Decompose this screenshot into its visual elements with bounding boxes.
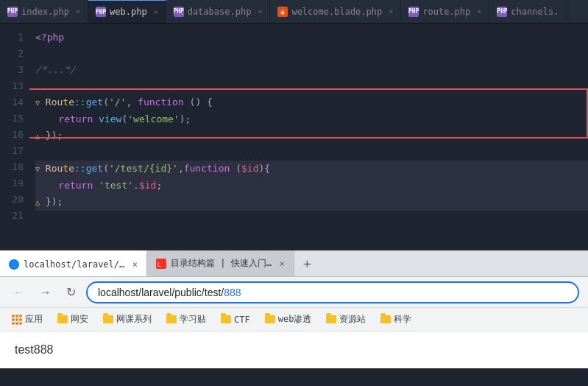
back-button[interactable]: ← bbox=[9, 283, 29, 302]
blade-icon: 🔥 bbox=[277, 7, 288, 17]
tab-close[interactable]: × bbox=[258, 7, 262, 15]
tab-channels-php[interactable]: PHP channels. bbox=[489, 0, 567, 23]
php-icon: PHP bbox=[408, 7, 419, 17]
tab-close[interactable]: × bbox=[76, 7, 80, 15]
bookmark-label: 学习贴 bbox=[180, 313, 206, 326]
bookmarks-bar: 应用 网安 网课系列 学习贴 CTF web渗透 资源站 科学 bbox=[0, 308, 588, 331]
browser-tab-close[interactable]: × bbox=[280, 259, 285, 269]
code-line-2 bbox=[35, 46, 588, 62]
tab-database-php[interactable]: PHP database.php × bbox=[166, 0, 271, 23]
line-numbers: 1 2 3 13 14 15 16 17 18 19 20 21 bbox=[0, 24, 29, 250]
bookmark-resources[interactable]: 资源站 bbox=[320, 312, 372, 327]
browser-tab-laravel[interactable]: L 目录结构篇 | 快速入门 | Laravel × bbox=[147, 250, 294, 276]
editor-container: PHP index.php × PHP web.php × PHP databa… bbox=[0, 0, 588, 250]
tab-index-php[interactable]: PHP index.php × bbox=[0, 0, 88, 23]
folder-icon bbox=[57, 315, 68, 325]
code-line-14: ▽ Route::get('/', function () { bbox=[35, 94, 588, 111]
bookmark-label: web渗透 bbox=[278, 313, 312, 326]
apps-icon bbox=[12, 315, 22, 325]
folder-icon bbox=[380, 315, 391, 325]
php-icon: PHP bbox=[96, 7, 106, 17]
code-line-18: ▽ Route::get('/test/{id}',function ($id)… bbox=[35, 161, 588, 178]
browser-tab-label: localhost/laravel/public/test/8 bbox=[24, 259, 128, 270]
laravel-icon: L bbox=[156, 259, 166, 269]
browser-tab-label: 目录结构篇 | 快速入门 | Laravel bbox=[171, 257, 275, 270]
folder-icon bbox=[166, 315, 177, 325]
folder-icon bbox=[103, 315, 113, 325]
bookmark-webpen[interactable]: web渗透 bbox=[259, 312, 318, 327]
browser-tabs: 🌐 localhost/laravel/public/test/8 × L 目录… bbox=[0, 250, 588, 277]
reload-button[interactable]: ↻ bbox=[62, 282, 80, 302]
php-icon: PHP bbox=[497, 7, 507, 17]
code-content: <?php /*...*/ ▽ Route::get('/', function… bbox=[29, 24, 588, 250]
folder-icon bbox=[265, 315, 275, 325]
code-line-1: <?php bbox=[35, 29, 588, 46]
bookmark-courses[interactable]: 网课系列 bbox=[97, 312, 157, 327]
tab-label: database.php bbox=[188, 7, 252, 17]
code-line-16: △ }); bbox=[35, 127, 588, 144]
browser-toolbar: ← → ↻ localhost/laravel/public/test/888 bbox=[0, 277, 588, 308]
folder-icon bbox=[221, 315, 231, 325]
tab-label: welcome.blade.php bbox=[291, 7, 382, 17]
code-line-21 bbox=[35, 211, 588, 227]
address-bar[interactable]: localhost/laravel/public/test/888 bbox=[86, 281, 579, 303]
folder-icon bbox=[326, 315, 336, 325]
bookmark-label: 网课系列 bbox=[116, 313, 152, 326]
tab-bar: PHP index.php × PHP web.php × PHP databa… bbox=[0, 0, 588, 24]
tab-close[interactable]: × bbox=[154, 8, 158, 16]
new-tab-button[interactable]: + bbox=[294, 250, 320, 276]
code-line-17 bbox=[35, 144, 588, 161]
browser-tab-localhost[interactable]: 🌐 localhost/laravel/public/test/8 × bbox=[0, 250, 147, 276]
page-text: test888 bbox=[15, 343, 53, 356]
globe-icon: 🌐 bbox=[9, 259, 19, 270]
code-line-13 bbox=[35, 78, 588, 94]
address-plain: localhost/laravel/public/test/ bbox=[98, 287, 224, 298]
bookmark-label: 科学 bbox=[394, 313, 411, 326]
browser-area: 🌐 localhost/laravel/public/test/8 × L 目录… bbox=[0, 250, 588, 368]
code-line-19: return 'test'.$id; bbox=[35, 178, 588, 194]
tab-route-php[interactable]: PHP route.php × bbox=[401, 0, 489, 23]
bookmark-label: 资源站 bbox=[339, 313, 366, 326]
tab-close[interactable]: × bbox=[477, 7, 481, 15]
bookmark-science[interactable]: 科学 bbox=[375, 312, 417, 327]
bookmark-label: 网安 bbox=[71, 313, 88, 326]
tab-web-php[interactable]: PHP web.php × bbox=[88, 0, 166, 23]
tab-label: index.php bbox=[21, 7, 69, 17]
svg-text:L: L bbox=[157, 261, 161, 268]
bookmark-netsec[interactable]: 网安 bbox=[52, 312, 94, 327]
tab-label: route.php bbox=[422, 7, 470, 17]
tab-close[interactable]: × bbox=[389, 7, 393, 15]
code-line-20: △ }); bbox=[35, 194, 588, 211]
tab-label: web.php bbox=[110, 7, 147, 17]
bookmark-label: CTF bbox=[234, 315, 250, 325]
bookmark-label: 应用 bbox=[25, 313, 43, 326]
bookmark-study[interactable]: 学习贴 bbox=[160, 312, 212, 327]
tab-welcome-blade[interactable]: 🔥 welcome.blade.php × bbox=[270, 0, 401, 23]
php-icon: PHP bbox=[174, 7, 184, 17]
code-line-15: return view('welcome'); bbox=[35, 111, 588, 127]
browser-tab-close[interactable]: × bbox=[132, 259, 138, 270]
code-area: 1 2 3 13 14 15 16 17 18 19 20 21 <?php /… bbox=[0, 24, 588, 250]
address-highlight: 888 bbox=[224, 287, 241, 298]
page-content: test888 bbox=[0, 331, 588, 368]
forward-button[interactable]: → bbox=[35, 283, 56, 302]
php-icon: PHP bbox=[7, 7, 18, 17]
bookmark-ctf[interactable]: CTF bbox=[215, 313, 256, 326]
bookmark-apps[interactable]: 应用 bbox=[6, 312, 49, 327]
code-line-3: /*...*/ bbox=[35, 62, 588, 78]
tab-label: channels. bbox=[511, 7, 559, 17]
